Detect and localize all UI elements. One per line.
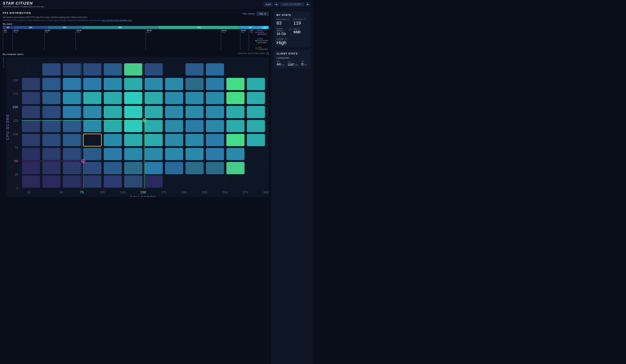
- svg-rect-105: [104, 134, 122, 146]
- svg-text:0: 0: [16, 186, 18, 190]
- svg-rect-63: [226, 78, 244, 90]
- by-specs-row: By computer specs DISPLAY OUTLYING DATA: [3, 51, 269, 56]
- svg-text:175: 175: [161, 190, 166, 194]
- your-config-box: [256, 47, 258, 49]
- svg-rect-98: [206, 120, 224, 132]
- top-right-controls: 3.3 ▾ ◀ LAST 24 HOURS ▶: [264, 2, 310, 6]
- svg-text:275: 275: [243, 190, 248, 194]
- svg-rect-68: [83, 92, 102, 104]
- svg-rect-136: [42, 176, 61, 188]
- svg-rect-50: [145, 63, 163, 75]
- svg-rect-62: [206, 78, 224, 90]
- svg-text:50: 50: [60, 190, 63, 194]
- svg-rect-120: [165, 148, 183, 160]
- fps-label-50-59: 50-59FPS: [221, 29, 240, 50]
- svg-text:100: 100: [13, 132, 18, 136]
- settings-stat: Settings ? High: [276, 38, 308, 45]
- loading-min-label: Min 0 sec: [301, 60, 308, 67]
- svg-rect-58: [124, 78, 142, 90]
- gpu-score-help-icon[interactable]: ?: [287, 18, 289, 21]
- svg-rect-101: [22, 134, 40, 146]
- gpu-score-stat: GPU Score ? 83: [276, 18, 291, 26]
- left-panel: FPS DISTRIBUTION We receive and analyze …: [0, 9, 272, 364]
- fps-label-40-49: 40-49FPS: [146, 29, 221, 50]
- disk-help-icon[interactable]: ?: [298, 28, 300, 30]
- svg-rect-128: [104, 162, 122, 174]
- svg-rect-133: [206, 162, 224, 174]
- settings-help-icon[interactable]: ?: [284, 38, 286, 40]
- svg-rect-107: [145, 134, 163, 146]
- svg-rect-57: [104, 78, 122, 90]
- svg-rect-84: [165, 106, 183, 118]
- loading-max-label: Max 1087 sec: [288, 61, 299, 67]
- chevron-down-icon: ▾: [270, 3, 271, 6]
- fps-label-20-29: 20-29FPS: [44, 29, 76, 50]
- svg-text:CPU SCORE: CPU SCORE: [6, 114, 9, 140]
- filter-label: Filter settings:: [242, 13, 255, 15]
- fps-segment-60-plus: 3%: [261, 26, 269, 29]
- svg-rect-127: [83, 162, 102, 174]
- outlying-checkbox[interactable]: [266, 52, 269, 55]
- fps-label-60-69: 60-69FPS: [240, 29, 249, 50]
- svg-rect-80: [83, 106, 102, 118]
- svg-rect-114: [42, 148, 61, 160]
- cpu-score-help-icon[interactable]: ?: [304, 18, 306, 21]
- my-stats-title: MY STATS: [276, 14, 308, 16]
- legend-rec-spec: Current recommended specification: [256, 38, 269, 43]
- svg-rect-72: [165, 92, 183, 104]
- svg-rect-126: [63, 162, 81, 174]
- my-stats-card: MY STATS GPU Score ? 83 CPU Score ? 119: [274, 12, 310, 47]
- filter-button[interactable]: ALL ▾: [257, 12, 269, 16]
- disk-value: SSD: [293, 30, 308, 34]
- svg-rect-81: [104, 106, 122, 118]
- svg-text:225: 225: [202, 190, 207, 194]
- legend-min-spec: Current minimum specification: [256, 29, 269, 35]
- disk-stat: Disk ? SSD: [293, 28, 308, 36]
- svg-rect-99: [226, 120, 244, 132]
- svg-rect-134: [226, 162, 244, 174]
- svg-rect-109: [186, 134, 204, 146]
- fps-label-10-19: 10-19FPS: [12, 29, 44, 50]
- legend-area: Current minimum specification Current re…: [256, 29, 269, 50]
- fps-labels-row: 0-9FPS 10-19FPS 20-29FPS 30-39FPS 40-49F…: [3, 29, 269, 50]
- svg-rect-73: [186, 92, 204, 104]
- fps-header: FPS DISTRIBUTION We receive and analyze …: [3, 12, 269, 21]
- svg-rect-102: [42, 134, 61, 146]
- disclaimer-link[interactable]: See a full list of such variables here.: [102, 19, 132, 21]
- fps-section-title: FPS DISTRIBUTION: [3, 12, 132, 14]
- prev-arrow-button[interactable]: ◀: [274, 2, 278, 6]
- svg-text:75: 75: [14, 146, 18, 149]
- fps-disclaimer: Disclaimer: FPS is subject to many varia…: [3, 19, 132, 21]
- svg-rect-47: [83, 63, 102, 75]
- system-memory-help-icon[interactable]: ?: [289, 29, 291, 31]
- svg-rect-137: [63, 176, 81, 188]
- gpu-score-value: 83: [276, 21, 291, 26]
- svg-rect-94: [124, 120, 142, 132]
- loading-times-grid: Avg 44 sec Max 1087 sec Min 0: [276, 60, 308, 67]
- svg-rect-124: [22, 162, 40, 174]
- fps-segment-10-19: 13%: [13, 26, 47, 29]
- version-selector[interactable]: 3.3 ▾: [264, 2, 273, 6]
- svg-rect-89: [22, 120, 40, 132]
- fps-label-30-39: 30-39FPS: [76, 29, 146, 50]
- system-memory-stat: System Memory ? 16 Gb: [276, 28, 291, 36]
- time-range-button[interactable]: LAST 24 HOURS: [280, 2, 304, 6]
- svg-rect-103: [63, 134, 81, 146]
- fps-label-70plus: >70FPS: [249, 29, 256, 50]
- svg-rect-95: [145, 120, 163, 132]
- svg-text:250: 250: [222, 190, 228, 194]
- settings-label: Settings ?: [276, 38, 308, 40]
- svg-rect-117: [104, 148, 122, 160]
- svg-rect-131: [165, 162, 183, 174]
- svg-rect-113: [22, 148, 40, 160]
- svg-rect-60: [165, 78, 183, 90]
- svg-rect-116: [83, 148, 102, 160]
- next-arrow-button[interactable]: ▶: [306, 2, 310, 6]
- svg-text:300: 300: [263, 190, 269, 194]
- loading-times-label: Loading times: [276, 57, 308, 59]
- svg-rect-97: [186, 120, 204, 132]
- svg-rect-52: [206, 63, 224, 75]
- min-spec-dot: [256, 32, 256, 33]
- fps-segment-40-49: 31%: [158, 26, 240, 29]
- svg-rect-71: [145, 92, 163, 104]
